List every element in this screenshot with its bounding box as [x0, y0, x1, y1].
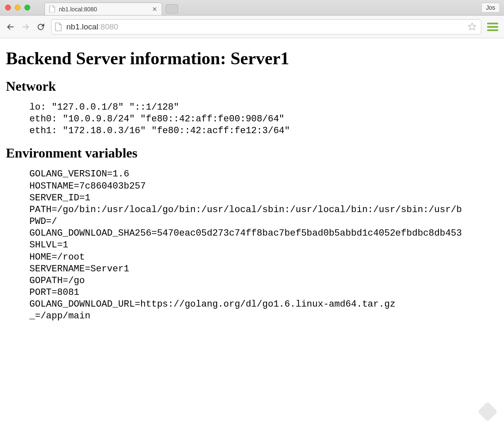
close-tab-icon[interactable]: ✕: [152, 5, 158, 13]
watermark-icon: [478, 402, 498, 422]
toolbar: nb1.local:8080: [0, 16, 504, 38]
reload-button[interactable]: [36, 22, 45, 32]
tab-strip: nb1.local:8080 ✕ Jos: [0, 0, 504, 16]
file-icon: [49, 5, 55, 13]
close-window-button[interactable]: [5, 5, 11, 11]
minimize-window-button[interactable]: [15, 5, 21, 11]
window-controls: [5, 5, 30, 11]
url-text: nb1.local:8080: [66, 22, 118, 32]
tab-title: nb1.local:8080: [59, 6, 97, 13]
env-heading: Environment variables: [6, 145, 498, 161]
url-port: :8080: [98, 22, 118, 31]
menu-button[interactable]: [487, 23, 498, 31]
network-block: lo: "127.0.0.1/8" "::1/128" eth0: "10.0.…: [29, 102, 498, 137]
url-host: nb1.local: [66, 22, 98, 31]
forward-button[interactable]: [21, 22, 30, 32]
page-title: Backend Server information: Server1: [6, 48, 498, 68]
back-button[interactable]: [6, 22, 15, 32]
profile-button[interactable]: Jos: [481, 3, 500, 13]
page-icon: [55, 23, 62, 31]
bookmark-star-icon[interactable]: [467, 22, 477, 32]
profile-button-label: Jos: [486, 4, 495, 11]
page-content: Backend Server information: Server1 Netw…: [0, 38, 504, 337]
browser-tab[interactable]: nb1.local:8080 ✕: [45, 3, 162, 15]
network-heading: Network: [6, 79, 498, 94]
env-block: GOLANG_VERSION=1.6 HOSTNAME=7c860403b257…: [29, 168, 498, 322]
new-tab-button[interactable]: [165, 4, 178, 13]
zoom-window-button[interactable]: [24, 5, 30, 11]
address-bar[interactable]: nb1.local:8080: [51, 19, 481, 34]
